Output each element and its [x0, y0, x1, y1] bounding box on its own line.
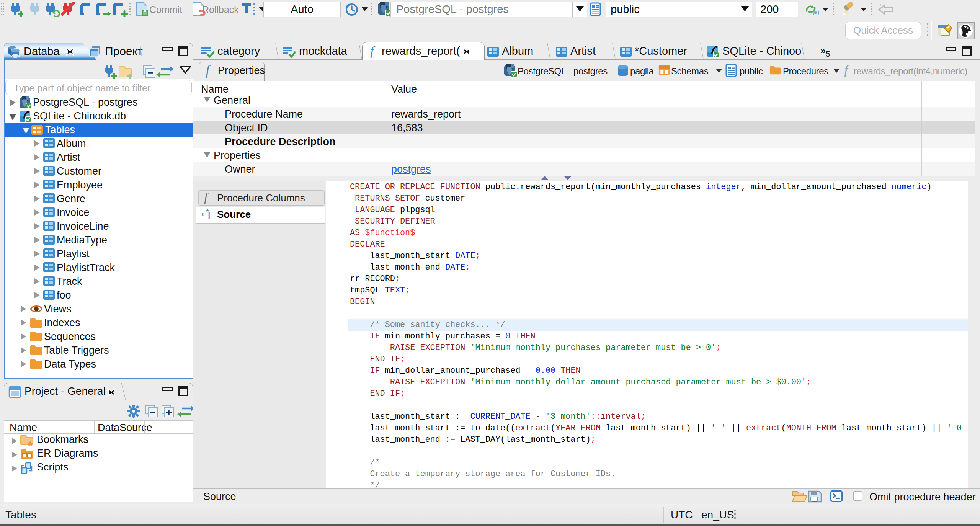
svg-text:f: f — [370, 45, 376, 58]
svg-text:f: f — [206, 64, 211, 78]
svg-text:f: f — [204, 191, 209, 204]
svg-text:f: f — [844, 64, 850, 77]
